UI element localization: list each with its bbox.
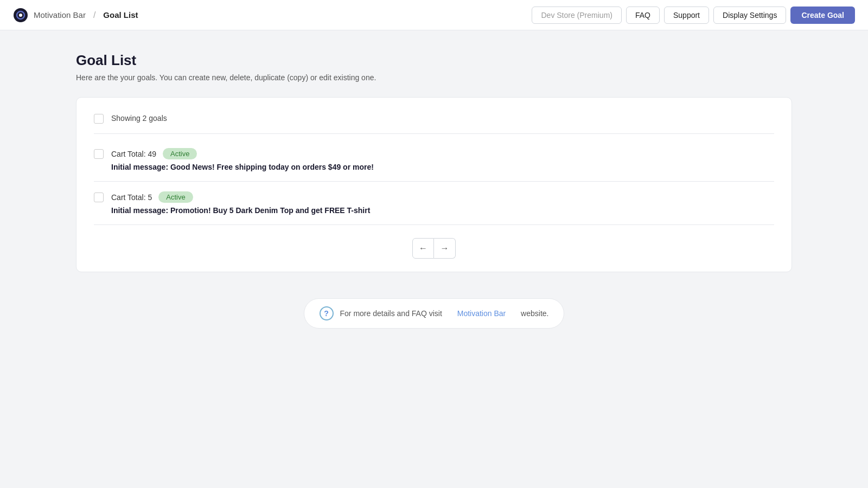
pagination: ← → bbox=[94, 238, 774, 259]
help-icon: ? bbox=[320, 306, 334, 320]
app-name-label: Motivation Bar bbox=[34, 10, 86, 20]
goals-card: Showing 2 goals Cart Total: 49 Active In… bbox=[76, 97, 792, 272]
goal-header-1: Cart Total: 49 Active bbox=[111, 148, 774, 159]
footer-box: ? For more details and FAQ visit Motivat… bbox=[304, 298, 565, 329]
goal-info-2: Cart Total: 5 Active Initial message: Pr… bbox=[111, 191, 774, 215]
showing-count: Showing 2 goals bbox=[111, 114, 167, 123]
goal-item: Cart Total: 5 Active Initial message: Pr… bbox=[94, 182, 774, 225]
svg-point-2 bbox=[19, 14, 22, 17]
page-title: Goal List bbox=[76, 52, 792, 69]
goal-message-2: Initial message: Promotion! Buy 5 Dark D… bbox=[111, 206, 774, 215]
showing-row: Showing 2 goals bbox=[94, 113, 774, 134]
goal-info-1: Cart Total: 49 Active Initial message: G… bbox=[111, 148, 774, 171]
support-button[interactable]: Support bbox=[664, 7, 709, 24]
store-button[interactable]: Dev Store (Premium) bbox=[532, 7, 621, 24]
pagination-next-button[interactable]: → bbox=[434, 238, 456, 259]
topbar-actions: Dev Store (Premium) FAQ Support Display … bbox=[532, 7, 855, 24]
goal-type-2: Cart Total: 5 bbox=[111, 193, 152, 202]
goal-checkbox-2[interactable] bbox=[94, 192, 104, 202]
footer-text-after: website. bbox=[521, 309, 548, 318]
breadcrumb: Motivation Bar / Goal List bbox=[13, 8, 138, 23]
footer-link[interactable]: Motivation Bar bbox=[457, 309, 506, 318]
goal-status-badge-1: Active bbox=[163, 148, 197, 159]
breadcrumb-separator: / bbox=[93, 10, 95, 20]
footer-text-before: For more details and FAQ visit bbox=[340, 309, 442, 318]
goal-status-badge-2: Active bbox=[158, 191, 193, 203]
main-content: Goal List Here are the your goals. You c… bbox=[54, 30, 814, 350]
goal-item: Cart Total: 49 Active Initial message: G… bbox=[94, 138, 774, 182]
goal-checkbox-1[interactable] bbox=[94, 149, 104, 159]
create-goal-button[interactable]: Create Goal bbox=[790, 7, 855, 24]
select-all-checkbox[interactable] bbox=[94, 114, 104, 124]
footer-info: ? For more details and FAQ visit Motivat… bbox=[76, 298, 792, 329]
page-description: Here are the your goals. You can create … bbox=[76, 73, 792, 82]
breadcrumb-page-title: Goal List bbox=[103, 10, 138, 20]
topbar: Motivation Bar / Goal List Dev Store (Pr… bbox=[0, 0, 868, 30]
goal-header-2: Cart Total: 5 Active bbox=[111, 191, 774, 203]
goal-type-1: Cart Total: 49 bbox=[111, 150, 156, 158]
pagination-prev-button[interactable]: ← bbox=[412, 238, 434, 259]
display-settings-button[interactable]: Display Settings bbox=[713, 7, 786, 24]
goal-message-1: Initial message: Good News! Free shippin… bbox=[111, 163, 774, 171]
faq-button[interactable]: FAQ bbox=[626, 7, 660, 24]
app-logo-icon bbox=[13, 8, 28, 23]
